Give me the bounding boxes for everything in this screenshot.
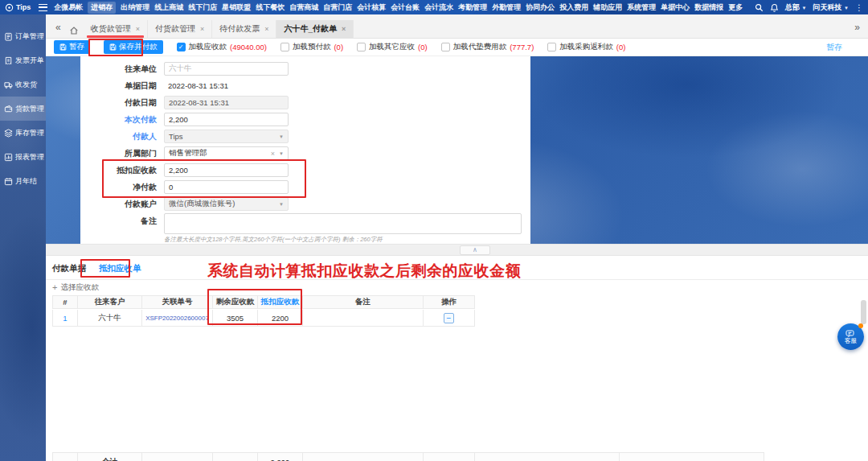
form-row-partner: 往来单位 六十牛 <box>80 60 530 77</box>
payer-select[interactable]: Tips ▼ <box>164 130 289 143</box>
chevron-down-icon[interactable]: ▼ <box>279 134 284 139</box>
calendar-icon <box>4 177 13 186</box>
tab-receive-payment-mgmt[interactable]: 收货款管理 <box>84 20 148 38</box>
top-menu-item[interactable]: 数据情报 <box>694 2 723 13</box>
topbar: Tips 企微易帐 进销存 出纳管理 线上商城 线下门店 星销联盟 线下餐饮 自… <box>0 0 868 14</box>
checkbox-load-purchase-rebates[interactable]: 加载采购返利款 (0) <box>547 42 625 52</box>
close-tab-icon[interactable] <box>200 25 204 33</box>
sidebar-item-reports[interactable]: 报表管理 <box>0 145 46 169</box>
checkbox-load-advance-fees[interactable]: 加载代垫费用款 (777.7) <box>441 42 534 52</box>
row-remark[interactable] <box>303 310 424 327</box>
close-tab-icon[interactable] <box>136 25 140 33</box>
search-icon[interactable] <box>755 3 764 12</box>
menu-toggle-icon[interactable] <box>39 4 47 11</box>
close-tab-icon[interactable] <box>342 25 346 33</box>
top-menu-item-more[interactable]: 更多 <box>728 2 743 13</box>
partner-field[interactable]: 六十牛 <box>164 62 289 76</box>
payment-form: 往来单位 六十牛 单据日期 2022-08-31 15:31 付款日期 2022… <box>80 56 530 244</box>
top-menu-item[interactable]: 会计核算 <box>357 2 386 13</box>
top-menu-item[interactable]: 自营门店 <box>323 2 352 13</box>
top-menu-item[interactable]: 线下餐饮 <box>256 2 285 13</box>
select-receivables-link[interactable]: 选择应收款 <box>52 280 862 294</box>
pay-amount-field[interactable]: 2,200 <box>164 113 289 126</box>
save-and-pay-button[interactable]: 保存并付款 <box>104 40 163 54</box>
top-menu-item-active[interactable]: 进销存 <box>88 2 116 14</box>
row-remaining: 3505 <box>213 310 258 327</box>
subtab-payment-docs[interactable]: 付款单据 <box>52 263 86 274</box>
truck-icon <box>4 80 13 89</box>
top-menu-item[interactable]: 协同办公 <box>526 2 555 13</box>
expand-tabs-icon[interactable]: » <box>854 19 868 38</box>
top-menu-item[interactable]: 单据中心 <box>661 2 690 13</box>
collapse-tabs-icon[interactable]: « <box>51 19 66 38</box>
checkbox-icon[interactable] <box>441 43 450 51</box>
save-draft-button[interactable]: 暂存 <box>54 40 90 54</box>
remove-row-button[interactable] <box>444 313 454 323</box>
top-menu-item[interactable]: 自营商城 <box>289 2 318 13</box>
collapse-bar: ∧ <box>46 244 868 256</box>
top-menu-item[interactable]: 系统管理 <box>627 2 656 13</box>
department-select[interactable]: 销售管理部 × ▼ <box>164 146 289 160</box>
top-menu-item[interactable]: 考勤管理 <box>458 2 487 13</box>
pay-account-select[interactable]: 微信(商城微信账号) ▼ <box>164 197 289 211</box>
pay-date-field[interactable]: 2022-08-31 15:31 <box>164 96 289 109</box>
net-payment-field[interactable]: 0 <box>164 180 289 194</box>
chevron-down-icon[interactable]: ▼ <box>279 151 284 156</box>
top-menu-item[interactable]: 外勤管理 <box>492 2 521 13</box>
remark-textarea[interactable] <box>164 213 522 234</box>
sidebar-item-orders[interactable]: 订单管理 <box>0 24 46 48</box>
bell-icon[interactable] <box>770 3 779 12</box>
tab-pending-invoices[interactable]: 待付款发票 <box>212 20 276 38</box>
customer-service-button[interactable]: 客服 <box>837 323 864 350</box>
checkbox-load-receivables[interactable]: 加载应收款 (49040.00) <box>177 42 267 52</box>
form-row-net-payment: 净付款 0 <box>80 179 530 196</box>
notification-dot <box>858 323 863 328</box>
form-row-pay-date: 付款日期 2022-08-31 15:31 <box>80 94 530 111</box>
form-row-department: 所属部门 销售管理部 × ▼ <box>80 145 530 162</box>
checkbox-icon[interactable] <box>280 43 289 51</box>
deduct-receivable-field[interactable]: 2,200 <box>164 163 289 177</box>
top-menu-item[interactable]: 会计台账 <box>391 2 420 13</box>
table-row: 1 六十牛 XSFP2022002600007 3505 2200 <box>52 310 862 327</box>
invoice-icon <box>4 56 13 65</box>
close-tab-icon[interactable] <box>264 25 268 33</box>
sidebar-item-payments[interactable]: 货款管理 <box>0 97 46 121</box>
org-switcher[interactable]: 总部 ▼ <box>785 2 806 13</box>
subtab-deduct-receivable[interactable]: 抵扣应收单 <box>99 263 141 274</box>
form-row-payer: 付款人 Tips ▼ <box>80 128 530 145</box>
checkbox-icon[interactable] <box>357 43 366 51</box>
sidebar-item-shipping[interactable]: 收发货 <box>0 72 46 97</box>
sidebar-item-month-end[interactable]: 月年结 <box>0 169 46 193</box>
top-menu-item[interactable]: 辅助应用 <box>593 2 622 13</box>
top-menu-item[interactable]: 出纳管理 <box>121 2 149 13</box>
clear-icon[interactable]: × <box>271 150 275 158</box>
chevron-down-icon: ▼ <box>844 6 849 10</box>
top-menu-item[interactable]: 星销联盟 <box>222 2 251 13</box>
tab-payment-doc-active[interactable]: 六十牛_付款单 <box>276 20 354 38</box>
checkbox-checked-icon[interactable] <box>177 43 186 51</box>
sidebar-item-invoicing[interactable]: 发票开单 <box>0 48 46 72</box>
kebab-menu-icon[interactable]: ⋮ <box>855 3 863 12</box>
doc-date-value: 2022-08-31 15:31 <box>164 79 289 93</box>
top-menu-item[interactable]: 投入费用 <box>559 2 588 13</box>
doc-number-link[interactable]: XSFP2022002600007 <box>145 315 209 322</box>
top-menu-item[interactable]: 企微易帐 <box>54 2 83 13</box>
collapse-form-button[interactable]: ∧ <box>460 245 490 255</box>
checkbox-load-other-receivables[interactable]: 加载其它应收 (0) <box>357 42 428 52</box>
top-menu-item[interactable]: 线下门店 <box>188 2 217 13</box>
company-switcher[interactable]: 问天科技 ▼ <box>813 2 849 13</box>
draft-link[interactable]: 暂存 <box>826 42 842 53</box>
order-icon <box>4 32 13 41</box>
checkbox-icon[interactable] <box>547 43 556 51</box>
app-logo[interactable]: Tips <box>5 3 31 12</box>
home-icon[interactable] <box>66 26 84 38</box>
top-menu-item[interactable]: 线上商城 <box>154 2 183 13</box>
top-menu-item[interactable]: 会计流水 <box>424 2 453 13</box>
checkbox-load-prepayments[interactable]: 加载预付款 (0) <box>280 42 343 52</box>
sidebar-item-inventory[interactable]: 库存管理 <box>0 121 46 145</box>
row-deduct[interactable]: 2200 <box>258 310 303 327</box>
chevron-down-icon[interactable]: ▼ <box>279 202 284 207</box>
remark-hint: 备注最大长度中文128个字符,英文260个字符(一个中文占两个字符) 剩余：26… <box>164 236 530 244</box>
scrollbar-thumb[interactable] <box>861 300 866 324</box>
tab-pay-payment-mgmt[interactable]: 付货款管理 <box>148 20 212 38</box>
